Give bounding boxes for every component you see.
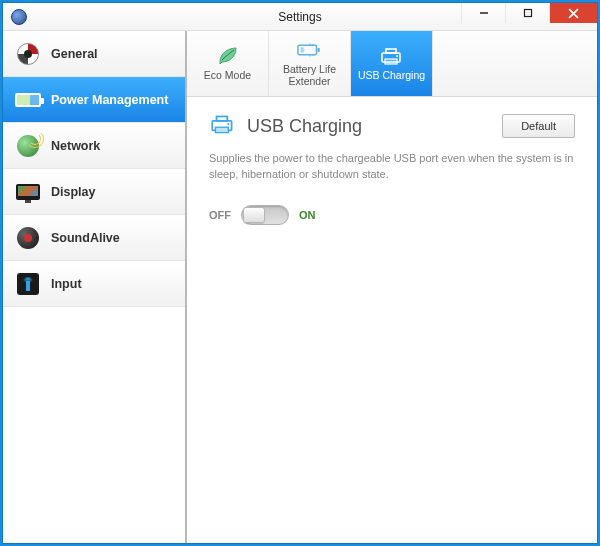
sidebar-item-power-management[interactable]: Power Management [3, 77, 185, 123]
leaf-icon [215, 46, 241, 66]
default-button[interactable]: Default [502, 114, 575, 138]
sidebar-item-label: Display [51, 185, 95, 199]
sidebar-item-label: Power Management [51, 93, 168, 107]
tab-eco-mode[interactable]: Eco Mode [187, 31, 269, 96]
close-button[interactable] [549, 3, 597, 23]
toggle-off-label: OFF [209, 209, 231, 221]
sidebar-item-label: Input [51, 277, 82, 291]
tab-label: USB Charging [358, 70, 425, 82]
panel-title: USB Charging [247, 116, 362, 137]
svg-rect-1 [524, 10, 531, 17]
sidebar-item-display[interactable]: Display [3, 169, 185, 215]
maximize-button[interactable] [505, 3, 549, 23]
sidebar: General Power Management Network Display… [3, 31, 187, 543]
tab-label: Eco Mode [204, 70, 251, 82]
svg-rect-4 [297, 45, 316, 54]
toggle-thumb [243, 207, 265, 223]
speaker-icon [15, 225, 41, 251]
tab-strip: Eco Mode Battery Life Extender USB Charg… [187, 31, 597, 97]
sidebar-item-network[interactable]: Network [3, 123, 185, 169]
sidebar-item-general[interactable]: General [3, 31, 185, 77]
sidebar-item-label: General [51, 47, 98, 61]
tab-battery-life-extender[interactable]: Battery Life Extender [269, 31, 351, 96]
panel-description: Supplies the power to the chargeable USB… [209, 151, 575, 183]
settings-window: Settings General Power Management [2, 2, 598, 544]
titlebar: Settings [3, 3, 597, 31]
svg-rect-5 [317, 48, 319, 52]
touch-icon [15, 271, 41, 297]
toggle-row: OFF ON [209, 205, 575, 225]
usb-charging-icon [379, 46, 405, 66]
app-icon [11, 9, 27, 25]
content-area: Eco Mode Battery Life Extender USB Charg… [187, 31, 597, 543]
usb-charging-icon [209, 113, 237, 139]
window-title: Settings [278, 10, 321, 24]
tab-label: Battery Life Extender [271, 64, 348, 87]
svg-rect-8 [385, 59, 397, 64]
svg-rect-7 [386, 49, 396, 53]
tab-usb-charging[interactable]: USB Charging [351, 31, 433, 96]
monitor-icon [15, 179, 41, 205]
toggle-on-label: ON [299, 209, 316, 221]
panel-usb-charging: USB Charging Default Supplies the power … [187, 97, 597, 543]
svg-rect-13 [215, 127, 228, 132]
panel-header: USB Charging Default [209, 113, 575, 139]
usb-charging-toggle[interactable] [241, 205, 289, 225]
svg-point-15 [227, 123, 229, 125]
svg-rect-12 [217, 116, 228, 120]
battery-extend-icon [297, 40, 323, 60]
gear-disc-icon [15, 41, 41, 67]
sidebar-item-label: Network [51, 139, 100, 153]
sidebar-item-input[interactable]: Input [3, 261, 185, 307]
window-body: General Power Management Network Display… [3, 31, 597, 543]
svg-point-10 [396, 55, 398, 57]
wifi-globe-icon [15, 133, 41, 159]
minimize-button[interactable] [461, 3, 505, 23]
window-controls [461, 3, 597, 30]
battery-icon [15, 87, 41, 113]
sidebar-item-label: SoundAlive [51, 231, 120, 245]
sidebar-item-soundalive[interactable]: SoundAlive [3, 215, 185, 261]
